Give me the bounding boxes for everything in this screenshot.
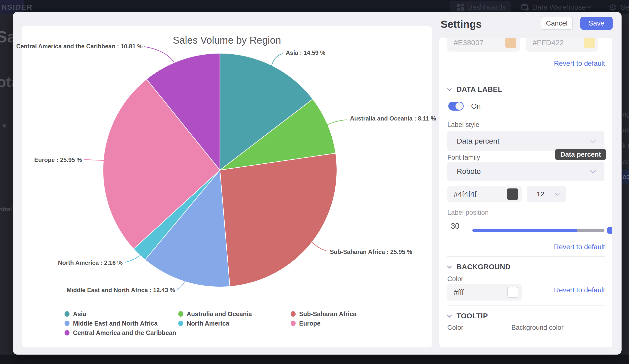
color-value: #fff [454, 284, 464, 300]
legend-label: Sub-Saharan Africa [299, 310, 356, 318]
section-title: BACKGROUND [457, 263, 511, 271]
legend-marker [178, 311, 183, 317]
chevron-down-icon [555, 191, 560, 195]
legend-item[interactable]: Sub-Saharan Africa [291, 310, 356, 317]
legend-label: Europe [299, 320, 320, 327]
chevron-down-icon [590, 168, 596, 173]
select-value: Data percent [457, 131, 499, 151]
pie-label-europe: Europe : 25.95 % [34, 157, 82, 163]
slice-color-input-2[interactable]: #FFD422 [526, 38, 598, 52]
legend-item[interactable]: Middle East and North Africa [65, 320, 157, 327]
section-divider [447, 80, 605, 80]
background-color-label: Color [447, 275, 464, 283]
toggle-knob [456, 102, 463, 110]
color-swatch[interactable] [507, 287, 518, 298]
background-text-fragment: ntral [0, 206, 12, 213]
chevron-down-icon [447, 86, 452, 91]
chevron-down-icon [447, 264, 452, 268]
legend-marker [65, 321, 69, 326]
background-menu-fragment: k D [623, 142, 629, 150]
slider-thumb[interactable] [607, 227, 612, 234]
legend-item[interactable]: Central America and the Caribbean [65, 329, 176, 336]
font-size-select[interactable]: 12 [527, 186, 566, 202]
legend-item[interactable]: North America [178, 320, 229, 327]
legend-marker [65, 311, 69, 317]
color-swatch[interactable] [584, 38, 595, 48]
toggle-state-label: On [471, 102, 481, 110]
pie-label-australia: Australia and Oceania : 8.11 % [350, 115, 436, 122]
section-divider [447, 305, 605, 306]
leader-line-australia [327, 120, 347, 125]
chevron-down-icon [587, 4, 592, 9]
label-style-select[interactable]: Data percent [447, 131, 605, 151]
chevron-down-icon [447, 313, 452, 317]
background-menu-fragment: nth [623, 126, 629, 134]
section-header-background[interactable]: BACKGROUND [448, 263, 511, 271]
color-value: #E38007 [454, 38, 483, 52]
background-menu-fragment: nge [623, 111, 629, 118]
section-header-data-label[interactable]: DATA LABEL [448, 85, 502, 93]
pie-label-asia: Asia : 14.59 % [286, 49, 325, 56]
legend-item[interactable]: Asia [65, 310, 86, 317]
database-icon [521, 3, 529, 12]
pie-label-mena: Middle East and North Africa : 12.43 % [67, 287, 175, 294]
legend-item[interactable]: Europe [291, 320, 320, 327]
label-style-label: Label style [447, 121, 479, 129]
font-family-label: Font family [447, 154, 480, 161]
section-title: TOOLTIP [457, 312, 488, 320]
data-label-toggle[interactable] [448, 102, 464, 111]
background-color-input[interactable]: #fff [447, 284, 522, 300]
settings-panel: #E38007 #FFD422 Revert to default DATA L… [439, 38, 612, 347]
select-value: 12 [537, 186, 544, 202]
tooltip-color-label: Color [447, 324, 464, 332]
legend-label: Asia [73, 310, 86, 318]
tooltip-bubble: Data percent [555, 149, 606, 160]
label-position-label: Label position [447, 209, 489, 216]
color-swatch[interactable] [507, 188, 518, 200]
revert-to-default-link[interactable]: Revert to default [554, 60, 605, 68]
section-divider [447, 256, 605, 257]
legend-marker [291, 321, 296, 326]
legend-item[interactable]: Australia and Oceania [178, 310, 252, 317]
legend-label: Central America and the Caribbean [73, 329, 176, 337]
save-button[interactable]: Save [580, 17, 613, 30]
section-header-tooltip[interactable]: TOOLTIP [448, 312, 488, 320]
section-title: DATA LABEL [457, 85, 502, 93]
color-value: #FFD422 [533, 38, 564, 52]
dashboard-grid-icon [456, 3, 464, 11]
leader-line-europe [84, 159, 104, 160]
settings-panel-title: Settings [441, 18, 482, 30]
slider-value: 30 [451, 222, 459, 231]
pie-label-sub-saharan: Sub-Saharan Africa : 25.95 % [330, 249, 412, 255]
nav-item-settings-partial[interactable]: Se [621, 0, 629, 14]
legend-label: Australia and Oceania [187, 310, 252, 318]
cancel-button[interactable]: Cancel [541, 17, 573, 30]
label-font-color-input[interactable]: #4f4f4f [447, 186, 522, 202]
legend-marker [291, 311, 296, 317]
leader-line-sub-saharan [311, 241, 326, 251]
legend-label: North America [187, 320, 229, 327]
legend-marker [178, 321, 183, 326]
leader-line-asia [272, 54, 283, 66]
label-position-slider[interactable] [472, 229, 605, 232]
select-value: Roboto [457, 162, 481, 181]
revert-to-default-link[interactable]: Revert to default [554, 286, 605, 294]
tooltip-background-color-label: Background color [511, 324, 563, 332]
chevron-down-icon [590, 137, 596, 143]
color-swatch[interactable] [505, 38, 516, 48]
slider-fill [472, 229, 577, 232]
leader-line-mena [177, 281, 185, 290]
legend-label: Middle East and North Africa [73, 320, 157, 327]
pie-label-north-america: North America : 2.16 % [58, 259, 123, 266]
font-family-select[interactable]: Roboto [447, 162, 605, 181]
slice-color-input-1[interactable]: #E38007 [447, 38, 520, 52]
leader-line-central-america [144, 47, 174, 62]
settings-modal: Sales Volume by Region [13, 12, 622, 355]
legend-marker [65, 330, 69, 336]
pie-chart[interactable] [103, 54, 337, 287]
revert-to-default-link[interactable]: Revert to default [554, 243, 605, 251]
chart-card: Sales Volume by Region [22, 26, 432, 347]
pie-label-central-america: Central America and the Caribbean : 10.8… [16, 43, 143, 50]
color-value: #4f4f4f [454, 186, 476, 202]
background-menu-fragment: eek [623, 158, 629, 166]
